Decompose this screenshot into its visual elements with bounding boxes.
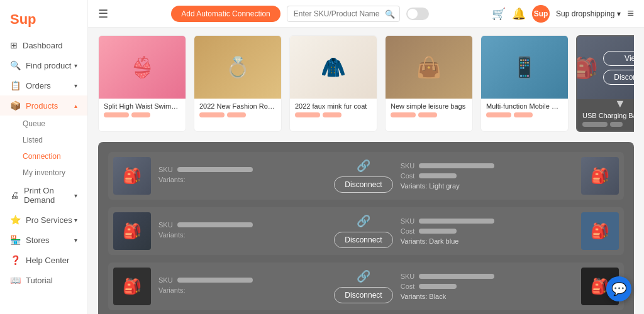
- sidebar-item-connection[interactable]: Connection: [0, 148, 87, 165]
- dropdown-arrow-icon: ▼: [577, 99, 634, 108]
- topbar-icons: 🛒 🔔 Sup Sup dropshipping ▾ ≡: [492, 5, 634, 23]
- disconnect-button[interactable]: Disconnect: [334, 176, 392, 193]
- sidebar-item-my-inventory[interactable]: My inventory: [0, 165, 87, 181]
- sidebar-item-queue[interactable]: Queue: [0, 116, 87, 132]
- sidebar-item-orders[interactable]: 📋 Orders ▾: [0, 75, 87, 95]
- product-name: New simple leisure bags: [386, 99, 472, 112]
- sidebar-item-pro-services[interactable]: ⭐ Pro Services ▾: [0, 210, 87, 230]
- sidebar-item-help-center[interactable]: ❓ Help Center: [0, 250, 87, 270]
- product-price-bar: [290, 112, 377, 121]
- chat-bubble-button[interactable]: 💬: [606, 276, 631, 301]
- product-card-phone[interactable]: 📱 Multi-function Mobile Pho...: [480, 35, 569, 132]
- find-product-icon: 🔍: [10, 60, 21, 70]
- main-content: ☰ Add Automatic Connection 🔍 🛒 🔔 Sup Sup…: [88, 0, 644, 314]
- product-image-bag: 👜: [386, 36, 472, 99]
- conn-right-cost: Cost: [401, 283, 569, 290]
- conn-actions: 🔗 Disconnect: [334, 159, 392, 193]
- sku-label: SKU: [158, 166, 173, 173]
- sidebar-item-dashboard[interactable]: ⊞ Dashboard: [0, 35, 87, 55]
- product-card-bag[interactable]: 👜 New simple leisure bags: [385, 35, 473, 132]
- product-price-bar: [99, 112, 186, 121]
- conn-product-image: 🎒: [113, 268, 151, 305]
- avatar[interactable]: Sup: [532, 5, 550, 23]
- price-indicator: [104, 112, 129, 117]
- disconnect-button-card[interactable]: Disconnect: [603, 70, 634, 85]
- products-icon: 📦: [10, 100, 21, 111]
- product-card-fur[interactable]: 🧥 2022 faux mink fur coat: [289, 35, 377, 132]
- product-grid: 👙 Split High Waist Swimsuit... 💍 2022 Ne…: [98, 35, 634, 137]
- conn-sku: SKU: [158, 166, 326, 173]
- menu-icon[interactable]: ☰: [98, 7, 108, 21]
- product-card-actions: View Disconnect: [598, 46, 634, 90]
- sidebar-item-tutorial[interactable]: 📖 Tutorial: [0, 270, 87, 290]
- sidebar-item-find-product[interactable]: 🔍 Find product ▾: [0, 55, 87, 75]
- conn-right-sku: SKU: [401, 162, 569, 170]
- price-indicator: [323, 112, 341, 117]
- view-button[interactable]: View: [603, 51, 634, 66]
- add-automatic-connection-button[interactable]: Add Automatic Connection: [171, 6, 280, 22]
- sku-value-bar: [419, 274, 494, 279]
- conn-details-left: SKU Variants:: [158, 276, 326, 296]
- sku-label: SKU: [158, 276, 173, 284]
- product-card-swimsuit[interactable]: 👙 Split High Waist Swimsuit...: [98, 35, 186, 132]
- product-card-ring[interactable]: 💍 2022 New Fashion Rose Rin...: [194, 35, 282, 132]
- sidebar-item-label: Tutorial: [26, 276, 53, 285]
- sidebar-item-listed[interactable]: Listed: [0, 132, 87, 148]
- product-image-swimsuit: 👙: [99, 36, 186, 99]
- conn-actions: 🔗 Disconnect: [334, 269, 392, 303]
- link-icon: 🔗: [357, 159, 370, 173]
- conn-variants: Variants:: [158, 231, 326, 239]
- cost-value-bar: [419, 229, 457, 234]
- sku-label: SKU: [158, 221, 173, 229]
- conn-right-variants: Variants: Black: [401, 293, 569, 300]
- sidebar-item-print-on-demand[interactable]: 🖨 Print On Demand ▾: [0, 181, 87, 210]
- cart-icon[interactable]: 🛒: [492, 7, 506, 21]
- product-price-bar: [481, 112, 568, 121]
- chevron-down-icon: ▾: [74, 192, 77, 199]
- sidebar-item-label: Print On Demand: [24, 186, 74, 205]
- sidebar-item-label: Orders: [26, 81, 51, 90]
- product-card-backpack[interactable]: 🎒 View Disconnect ▼ USB Charging Backpac…: [576, 35, 634, 132]
- conn-right-sku: SKU: [401, 217, 569, 225]
- conn-sku: SKU: [158, 221, 326, 229]
- product-image-phone: 📱: [481, 36, 568, 99]
- cost-value-bar: [419, 173, 457, 178]
- chevron-down-icon: ▾: [74, 217, 77, 224]
- link-icon: 🔗: [357, 214, 370, 228]
- user-dropdown[interactable]: Sup dropshipping ▾: [556, 9, 621, 18]
- conn-sku: SKU: [158, 276, 326, 284]
- sku-label: SKU: [401, 273, 415, 280]
- user-dropdown-label: Sup dropshipping: [556, 9, 614, 18]
- disconnect-button[interactable]: Disconnect: [334, 232, 392, 248]
- disconnect-button[interactable]: Disconnect: [334, 287, 392, 303]
- help-icon: ❓: [10, 255, 21, 265]
- search-input[interactable]: [287, 6, 400, 22]
- price-indicator: [199, 112, 225, 117]
- connection-row: 🎒 SKU Variants: 🔗 Disconnect: [108, 207, 624, 255]
- sidebar-item-label: Find product: [26, 61, 71, 70]
- bell-icon[interactable]: 🔔: [512, 7, 526, 21]
- hamburger-icon[interactable]: ≡: [627, 7, 634, 20]
- topbar: ☰ Add Automatic Connection 🔍 🛒 🔔 Sup Sup…: [88, 0, 644, 28]
- conn-right-sku: SKU: [401, 273, 569, 280]
- orders-icon: 📋: [10, 80, 21, 90]
- toggle-knob: [408, 9, 418, 19]
- product-image-backpack: 🎒 View Disconnect: [577, 36, 634, 99]
- toggle-switch[interactable]: [406, 8, 429, 20]
- price-indicator: [418, 112, 437, 117]
- cost-label: Cost: [401, 172, 415, 180]
- product-price-bar: [386, 112, 472, 121]
- sku-value-bar: [177, 167, 253, 172]
- price-indicator: [514, 112, 533, 117]
- conn-product-image: 🎒: [113, 212, 151, 250]
- conn-details-right: SKU Cost Variants: Dark blue: [401, 217, 569, 245]
- cost-label: Cost: [401, 283, 415, 290]
- connection-row: 🎒 SKU Variants: 🔗 Disconnect: [108, 263, 624, 310]
- sidebar-item-stores[interactable]: 🏪 Stores ▾: [0, 230, 87, 250]
- dashboard-icon: ⊞: [10, 40, 18, 50]
- price-indicator: [295, 112, 320, 117]
- price-indicator: [582, 122, 608, 127]
- sidebar-item-products[interactable]: 📦 Products ▴: [0, 95, 87, 116]
- cost-value-bar: [419, 284, 457, 289]
- conn-right-product-image: 🎒: [581, 157, 619, 195]
